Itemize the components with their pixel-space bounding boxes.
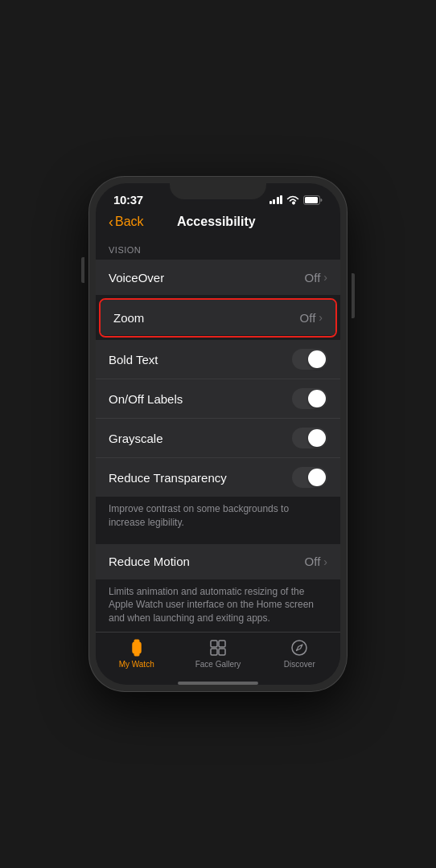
vision-section-label: VISION (96, 235, 340, 260)
zoom-highlight: Zoom Off › (99, 298, 337, 338)
reduce-motion-label: Reduce Motion (109, 555, 305, 568)
zoom-item[interactable]: Zoom Off › (101, 300, 335, 335)
reduce-transparency-toggle[interactable] (292, 467, 327, 488)
svg-point-5 (134, 646, 138, 650)
battery-icon (303, 195, 323, 205)
reduce-motion-item[interactable]: Reduce Motion Off › (96, 544, 340, 579)
zoom-label: Zoom (113, 311, 300, 325)
transparency-description: Improve contrast on some backgrounds to … (96, 497, 340, 538)
vision-toggles-group: Bold Text On/Off Labels Grayscale Reduce… (96, 340, 340, 497)
discover-tab-label: Discover (284, 660, 315, 669)
phone-frame: 10:37 (89, 177, 347, 691)
tab-face-gallery[interactable]: Face Gallery (177, 637, 258, 669)
nav-bar: ‹ Back Accessibility (96, 210, 340, 235)
svg-rect-1 (305, 197, 318, 203)
my-watch-tab-label: My Watch (119, 660, 154, 669)
page-title: Accessibility (144, 215, 289, 229)
tab-discover[interactable]: Discover (259, 637, 340, 669)
reduce-transparency-item[interactable]: Reduce Transparency (96, 458, 340, 497)
status-icons (269, 195, 323, 205)
back-label: Back (115, 215, 144, 229)
phone-screen: 10:37 (96, 183, 340, 685)
separator-1 (96, 538, 340, 544)
zoom-group: Zoom Off › (101, 300, 335, 335)
voiceover-chevron-icon: › (323, 271, 327, 284)
bold-text-label: Bold Text (109, 353, 292, 366)
voiceover-item[interactable]: VoiceOver Off › (96, 260, 340, 295)
zoom-chevron-icon: › (319, 311, 323, 324)
svg-rect-6 (211, 641, 217, 647)
zoom-value: Off (300, 311, 316, 325)
svg-rect-3 (134, 640, 139, 642)
bold-text-toggle[interactable] (292, 349, 327, 370)
face-gallery-icon (208, 637, 228, 658)
voiceover-label: VoiceOver (109, 271, 305, 285)
wifi-icon (286, 195, 299, 205)
discover-icon (289, 637, 310, 658)
face-gallery-tab-label: Face Gallery (195, 660, 241, 669)
grayscale-label: Grayscale (109, 432, 292, 445)
signal-icon (269, 195, 283, 204)
onoff-labels-toggle[interactable] (292, 388, 327, 409)
reduce-motion-value: Off (305, 555, 321, 568)
svg-rect-9 (219, 649, 225, 655)
svg-rect-7 (219, 641, 225, 647)
tab-my-watch[interactable]: My Watch (96, 637, 177, 669)
home-indicator (178, 682, 258, 685)
tab-bar: My Watch Face Gallery (96, 632, 340, 678)
content-scroll[interactable]: VISION VoiceOver Off › Zoom Off › (96, 235, 340, 632)
reduce-motion-description: Limits animation and automatic resizing … (96, 580, 340, 632)
grayscale-item[interactable]: Grayscale (96, 419, 340, 458)
grayscale-toggle[interactable] (292, 428, 327, 448)
svg-point-10 (292, 641, 306, 655)
reduce-motion-group: Reduce Motion Off › (96, 544, 340, 579)
reduce-transparency-label: Reduce Transparency (109, 471, 292, 485)
reduce-motion-chevron-icon: › (323, 555, 327, 568)
voiceover-group: VoiceOver Off › (96, 260, 340, 295)
voiceover-value: Off (305, 271, 321, 285)
onoff-labels-item[interactable]: On/Off Labels (96, 379, 340, 419)
back-chevron-icon: ‹ (109, 215, 113, 229)
my-watch-icon (126, 637, 147, 658)
svg-rect-4 (134, 653, 139, 656)
notch (170, 177, 266, 199)
onoff-labels-label: On/Off Labels (109, 392, 292, 406)
status-time: 10:37 (113, 193, 143, 207)
svg-rect-8 (211, 649, 217, 655)
back-button[interactable]: ‹ Back (109, 215, 144, 229)
bold-text-item[interactable]: Bold Text (96, 340, 340, 379)
